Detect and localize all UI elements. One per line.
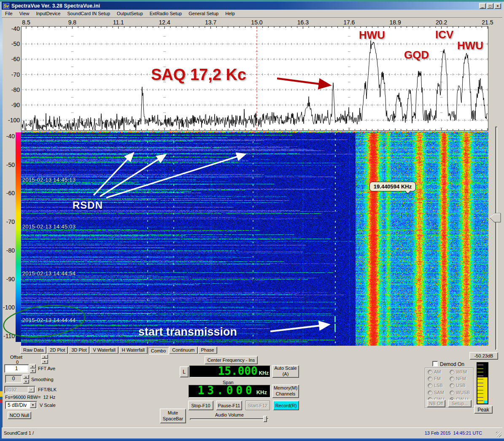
fft-ave-label: FFT Ave	[38, 366, 55, 371]
nb-off-button[interactable]: NB Off	[427, 400, 445, 407]
frequency-axis: 8.59.811.112.413.715.016.317.618.920.221…	[0, 19, 504, 26]
tab-continuum[interactable]: Continuum	[169, 347, 197, 354]
resize-grip[interactable]	[496, 432, 501, 437]
memory-channels-button[interactable]: Memory(M) Channels	[272, 385, 299, 398]
offset-label: Offset	[10, 355, 22, 360]
annotation-icv: ICV	[435, 28, 453, 41]
waterfall-timestamp: 2015-02-13 14:44:54	[22, 270, 75, 277]
waterfall-db-label: -80	[6, 247, 15, 254]
fs-rbw-label: Fs=96000 RBW= 12 Hz	[5, 395, 55, 400]
chevron-down-icon[interactable]: ▼	[30, 402, 36, 408]
center-frequency-value: 15.000	[218, 366, 258, 376]
fft-blk-dropdown[interactable]: 8192 ▼	[4, 386, 35, 393]
frequency-marker-tooltip: 19.440594 KHz	[369, 182, 416, 191]
span-value: 13.000	[198, 385, 255, 396]
waterfall-db-label: -50	[6, 161, 15, 168]
chevron-down-icon[interactable]: ▼	[28, 387, 35, 393]
radio-wusb[interactable]	[450, 390, 454, 395]
fft-blk-value: 8192	[6, 387, 16, 392]
waterfall-db-label: -40	[6, 133, 15, 140]
level-db-display[interactable]: -50.23dB	[469, 352, 498, 360]
fft-ave-spin-down[interactable]: ▼	[30, 368, 36, 373]
spectrum-plot-canvas[interactable]	[21, 26, 488, 131]
span-display[interactable]: 13.000 KHz	[189, 385, 270, 398]
audio-volume-label: Audio Volume	[215, 412, 244, 417]
menu-item-help[interactable]: Help	[222, 10, 238, 17]
center-frequency-display[interactable]: 15.000 KHz	[189, 366, 270, 377]
radio-am[interactable]	[428, 370, 432, 374]
tab-combo[interactable]: Combo	[148, 347, 169, 355]
desktop-left-icon1	[0, 391, 3, 397]
offset-spin-up[interactable]: ▲	[41, 354, 48, 359]
radio-label-wusb: WUSB	[456, 390, 470, 395]
record-button[interactable]: Record(R)	[273, 401, 299, 410]
menu-item-extradio-setup[interactable]: ExtRadio Setup	[146, 10, 185, 17]
nco-null-button[interactable]: NCO Null	[8, 411, 31, 419]
spectravue-window: Sv SpectraVue Ver. 3.28 SpectraVue.ini _…	[0, 0, 504, 441]
tab-phase[interactable]: Phase	[198, 347, 217, 354]
mute-button[interactable]: Mute SpaceBar	[160, 409, 186, 423]
waterfall-db-label: -90	[6, 276, 15, 282]
title-bar[interactable]: Sv SpectraVue Ver. 3.28 SpectraVue.ini _…	[2, 2, 502, 10]
freq-tick-label: 17.6	[343, 19, 355, 26]
tab-h-waterfall[interactable]: H Waterfall	[119, 347, 148, 354]
menu-item-general-setup[interactable]: General Setup	[185, 10, 222, 17]
pause-button[interactable]: Pause-F11	[216, 401, 242, 410]
desktop-left-icon2	[0, 399, 3, 403]
close-button[interactable]: ×	[494, 3, 501, 9]
smoothing-spin-down[interactable]: ▼	[23, 379, 29, 384]
start-button: Start-F12	[245, 401, 270, 410]
auto-scale-button[interactable]: Auto Scale (A)	[272, 365, 299, 378]
fft-ave-spin-up[interactable]: ▲	[30, 364, 36, 368]
annotation-start-transmission: start transmission	[138, 325, 237, 339]
v-scale-dropdown[interactable]: 5 dB/Div ▼	[5, 401, 37, 409]
menu-item-outputsetup[interactable]: OutputSetup	[113, 10, 146, 17]
marker-slider-track[interactable]	[495, 126, 497, 350]
menu-item-inputdevice[interactable]: InputDevice	[32, 10, 64, 17]
status-datetime: 13 Feb 2015 14:45:21 UTC	[425, 430, 482, 436]
freq-tick-label: 20.2	[436, 19, 447, 26]
v-scale-label: V Scale	[40, 403, 56, 408]
tab-raw-data[interactable]: Raw Data	[20, 347, 46, 354]
smoothing-spin-up[interactable]: ▲	[23, 374, 29, 379]
demod-on-checkbox[interactable]	[432, 361, 438, 366]
radio-label-lsb: LSB	[434, 383, 443, 388]
l-button[interactable]: L	[180, 366, 189, 377]
offset-spin-down[interactable]: ▼	[41, 359, 48, 364]
radio-label-fm: FM	[434, 376, 441, 381]
radio-label-usb: USB	[456, 383, 466, 388]
fft-ave-input[interactable]: 1	[4, 364, 29, 373]
maximize-button[interactable]: □	[487, 3, 493, 9]
smoothing-input[interactable]: 0	[5, 375, 22, 383]
status-left: SoundCard 1 /	[4, 430, 34, 436]
waterfall-db-label: -110	[3, 333, 15, 339]
smoothing-label: Smoothing	[31, 377, 54, 382]
radio-label-sam: SAM	[434, 390, 444, 395]
freq-tick-label: 21.5	[482, 19, 493, 26]
audio-volume-thumb[interactable]	[263, 416, 267, 422]
tab-3d-plot[interactable]: 3D Plot	[68, 347, 89, 354]
setup-button[interactable]: Setup...	[448, 400, 472, 407]
waterfall-timestamp: 2015-02-13 14:45:13	[22, 177, 75, 183]
radio-wfm[interactable]	[450, 370, 454, 374]
freq-tick-label: 9.8	[68, 19, 76, 26]
center-frequency-button[interactable]: Center Frequency - Ins	[205, 356, 258, 364]
fft-blk-label: FFT/BLK	[38, 387, 57, 392]
tab-v-waterfall[interactable]: V Waterfall	[90, 347, 118, 354]
annotation-hwu-right: HWU	[457, 39, 483, 52]
waterfall-canvas[interactable]	[21, 132, 488, 346]
minimize-button[interactable]: _	[479, 3, 486, 9]
status-bar: SoundCard 1 / 13 Feb 2015 14:45:21 UTC	[2, 428, 502, 438]
annotation-rsdn: RSDN	[73, 199, 103, 211]
radio-sam[interactable]	[428, 390, 432, 395]
menu-item-soundcard-in-setup[interactable]: SoundCard IN Setup	[64, 10, 113, 17]
span-unit: KHz	[256, 389, 267, 395]
menu-bar: FileViewInputDeviceSoundCard IN SetupOut…	[2, 10, 502, 18]
audio-volume-track[interactable]	[190, 418, 268, 420]
demod-on-label: Demod On	[440, 361, 464, 367]
radio-label-am: AM	[434, 369, 441, 374]
stop-button[interactable]: Stop-F10	[188, 401, 213, 410]
peak-button[interactable]: Peak	[474, 406, 493, 414]
tab-2d-plot[interactable]: 2D Plot	[47, 347, 68, 354]
view-tabs: Raw Data2D Plot3D PlotV WaterfallH Water…	[20, 347, 218, 355]
